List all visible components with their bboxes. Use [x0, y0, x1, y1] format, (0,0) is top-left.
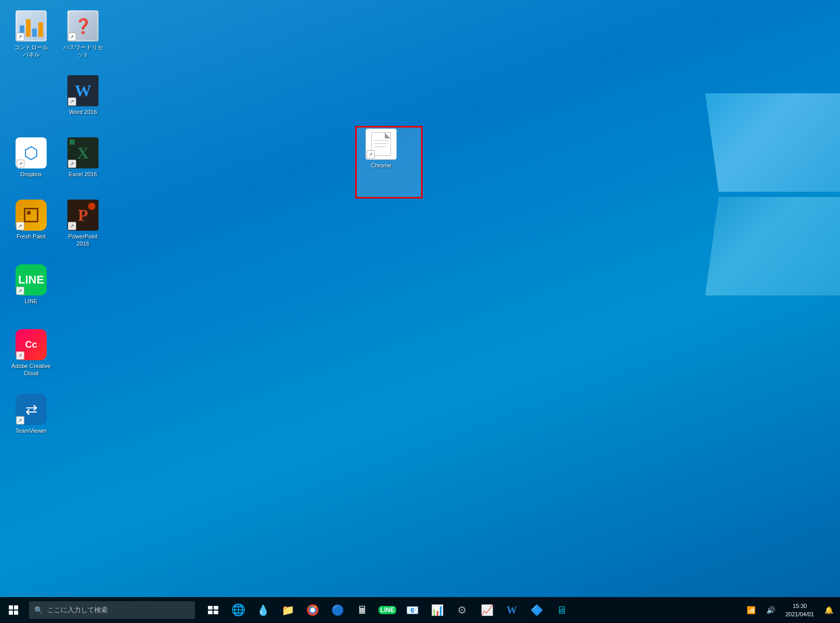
fresh-paint-label: Fresh Paint [17, 233, 46, 240]
control-panel-icon-img: ↗ [16, 10, 47, 41]
ie-icon: 🌐 [231, 603, 245, 617]
taskbar-app-icons: 🌐 💧 📁 🔵 [201, 597, 573, 623]
desktop-icon-chrome[interactable]: ↗ Chrome [360, 129, 402, 169]
taskbar: 🔍 ここに入力して検索 🌐 💧 [0, 597, 840, 623]
desktop-icon-dropbox[interactable]: ⬡ ↗ Dropbox [10, 137, 52, 178]
clock-time: 15:30 [786, 602, 814, 611]
shortcut-arrow-dropbox: ↗ [17, 160, 24, 167]
start-button[interactable] [0, 597, 27, 623]
taskbar-edge[interactable]: 🔷 [525, 597, 549, 623]
browser2-icon: 🔵 [331, 604, 344, 616]
settings-icon: ⚙ [457, 604, 467, 616]
svg-rect-4 [208, 606, 213, 610]
desktop-icon-teamviewer[interactable]: ⇄ ↗ TeamViewer [10, 394, 52, 434]
wifi-icon: 📶 [747, 606, 755, 614]
dropbox-icon-img: ⬡ ↗ [16, 137, 47, 168]
chrome-icon-img: ↗ [366, 129, 397, 160]
taskbar-line[interactable]: LINE [375, 597, 399, 623]
desktop-icon-excel-2016[interactable]: X ↗ Excel 2016 [62, 137, 104, 178]
taskbar-internet-explorer[interactable]: 🌐 [226, 597, 250, 623]
word-2016-label: Word 2016 [69, 108, 97, 116]
taskbar-settings[interactable]: ⚙ [450, 597, 474, 623]
line-icon-img: LINE ↗ [16, 264, 47, 295]
shortcut-arrow-chrome: ↗ [367, 150, 375, 159]
powerpoint-taskbar-icon: 📊 [431, 604, 444, 616]
system-tray: 📶 🔊 15:30 2021/04/01 🔔 [742, 597, 840, 623]
taskbar-task-view[interactable] [201, 597, 225, 623]
adobe-cc-icon-img: Cc ↗ [16, 329, 47, 360]
taskbar-chrome[interactable] [301, 597, 325, 623]
ppt-accent [88, 203, 95, 210]
excel-2016-icon-img: X ↗ [67, 137, 99, 168]
edge-icon: 🔷 [530, 604, 543, 616]
taskbar-search[interactable]: 🔍 ここに入力して検索 [29, 601, 195, 619]
paint-icon: 💧 [257, 604, 270, 616]
task-view-icon [208, 606, 218, 614]
password-reset-icon-img: ❓ ↗ [67, 10, 99, 41]
svg-point-10 [311, 608, 315, 613]
taskbar-outlook[interactable]: 📧 [400, 597, 424, 623]
desktop-icon-control-panel[interactable]: ↗ コントロール パネル [10, 10, 52, 59]
shortcut-arrow-control-panel: ↗ [16, 33, 24, 41]
taskbar-remote[interactable]: 🖥 [550, 597, 573, 623]
shortcut-arrow-fresh-paint: ↗ [16, 222, 24, 230]
taskbar-word[interactable]: W [500, 597, 524, 623]
taskbar-search-placeholder: ここに入力して検索 [47, 605, 108, 615]
excel-taskbar-icon: 📈 [481, 604, 494, 616]
shortcut-arrow-line: ↗ [16, 287, 24, 295]
desktop-icons: ↗ コントロール パネル ❓ ↗ パスワードリセット W ↗ Word 2016 [0, 0, 840, 597]
taskbar-search-icon: 🔍 [34, 606, 43, 614]
svg-rect-2 [9, 611, 13, 615]
network-icon[interactable]: 📶 [742, 597, 761, 623]
shortcut-arrow-teamviewer: ↗ [16, 416, 24, 424]
password-reset-label: パスワードリセット [62, 44, 104, 59]
svg-rect-3 [14, 611, 18, 615]
taskbar-excel[interactable]: 📈 [475, 597, 499, 623]
desktop-icon-line[interactable]: LINE ↗ LINE [10, 264, 52, 305]
clock-date: 2021/04/01 [786, 610, 814, 619]
desktop-icon-adobe-cc[interactable]: Cc ↗ Adobe Creative Cloud [10, 329, 52, 377]
taskbar-calculator[interactable]: 🖩 [351, 597, 374, 623]
powerpoint-2016-label: PowerPoint 2016 [62, 233, 104, 248]
svg-rect-7 [214, 611, 218, 614]
line-label: LINE [25, 298, 37, 305]
desktop-icon-password-reset[interactable]: ❓ ↗ パスワードリセット [62, 10, 104, 59]
control-panel-label: コントロール パネル [10, 44, 52, 59]
svg-rect-0 [9, 605, 13, 610]
word-taskbar-icon: W [507, 604, 517, 616]
fresh-paint-icon-img: ↗ [16, 200, 47, 231]
taskbar-file-explorer[interactable]: 📁 [276, 597, 300, 623]
teamviewer-label: TeamViewer [16, 427, 47, 434]
line-taskbar-icon: LINE [379, 606, 396, 614]
outlook-icon: 📧 [406, 604, 419, 616]
notification-icon[interactable]: 🔔 [819, 597, 838, 623]
calculator-icon: 🖩 [357, 604, 368, 616]
taskbar-paint[interactable]: 💧 [251, 597, 275, 623]
shortcut-arrow-word: ↗ [68, 97, 76, 106]
shortcut-arrow-excel: ↗ [68, 160, 76, 168]
svg-rect-5 [214, 606, 218, 610]
excel-2016-label: Excel 2016 [69, 171, 97, 178]
windows-start-icon [9, 605, 18, 615]
desktop-icon-fresh-paint[interactable]: ↗ Fresh Paint [10, 200, 52, 240]
shortcut-arrow-ppt: ↗ [68, 222, 76, 230]
remote-icon: 🖥 [556, 604, 567, 616]
chrome-label: Chrome [371, 162, 391, 169]
desktop-icon-powerpoint-2016[interactable]: P ↗ PowerPoint 2016 [62, 200, 104, 248]
svg-rect-1 [14, 605, 18, 610]
shortcut-arrow-adobe: ↗ [16, 351, 24, 360]
desktop: ↗ コントロール パネル ❓ ↗ パスワードリセット W ↗ Word 2016 [0, 0, 840, 623]
adobe-cc-label: Adobe Creative Cloud [10, 362, 52, 377]
teamviewer-icon-img: ⇄ ↗ [16, 394, 47, 425]
notification-bell-icon: 🔔 [824, 606, 833, 614]
shortcut-arrow-password: ↗ [68, 33, 76, 41]
taskbar-browser2[interactable]: 🔵 [326, 597, 349, 623]
taskbar-powerpoint[interactable]: 📊 [425, 597, 449, 623]
volume-icon[interactable]: 🔊 [762, 597, 780, 623]
desktop-icon-word-2016[interactable]: W ↗ Word 2016 [62, 75, 104, 116]
svg-rect-6 [208, 611, 213, 614]
speaker-icon: 🔊 [766, 606, 775, 614]
powerpoint-2016-icon-img: P ↗ [67, 200, 99, 231]
word-2016-icon-img: W ↗ [67, 75, 99, 106]
system-clock[interactable]: 15:30 2021/04/01 [781, 602, 818, 619]
